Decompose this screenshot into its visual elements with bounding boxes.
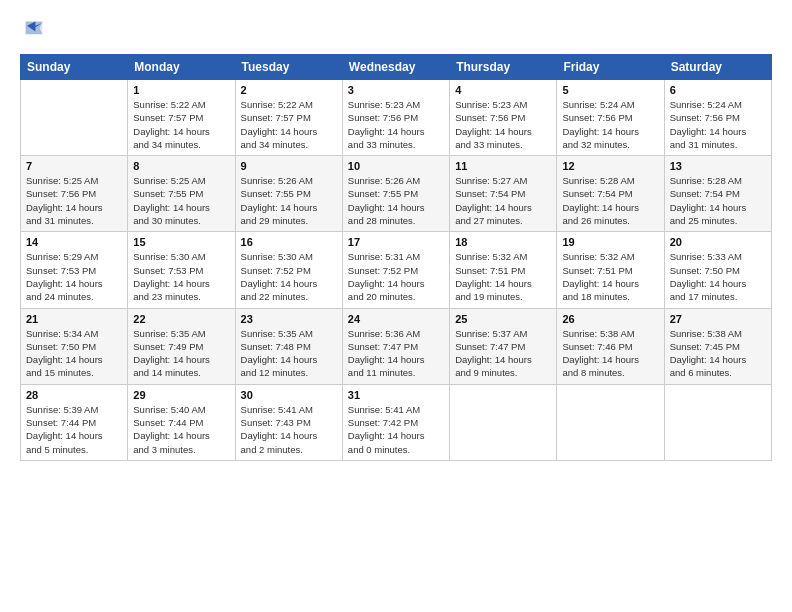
calendar-cell: 13Sunrise: 5:28 AMSunset: 7:54 PMDayligh… — [664, 156, 771, 232]
day-number: 20 — [670, 236, 766, 248]
day-info: Sunrise: 5:25 AMSunset: 7:55 PMDaylight:… — [133, 174, 229, 227]
day-number: 13 — [670, 160, 766, 172]
day-number: 17 — [348, 236, 444, 248]
day-info: Sunrise: 5:30 AMSunset: 7:52 PMDaylight:… — [241, 250, 337, 303]
calendar-cell: 2Sunrise: 5:22 AMSunset: 7:57 PMDaylight… — [235, 80, 342, 156]
day-number: 18 — [455, 236, 551, 248]
calendar-week-row: 1Sunrise: 5:22 AMSunset: 7:57 PMDaylight… — [21, 80, 772, 156]
day-info: Sunrise: 5:24 AMSunset: 7:56 PMDaylight:… — [562, 98, 658, 151]
calendar-cell: 25Sunrise: 5:37 AMSunset: 7:47 PMDayligh… — [450, 308, 557, 384]
day-info: Sunrise: 5:41 AMSunset: 7:42 PMDaylight:… — [348, 403, 444, 456]
calendar-cell: 28Sunrise: 5:39 AMSunset: 7:44 PMDayligh… — [21, 384, 128, 460]
day-number: 28 — [26, 389, 122, 401]
calendar-cell: 16Sunrise: 5:30 AMSunset: 7:52 PMDayligh… — [235, 232, 342, 308]
calendar-cell: 23Sunrise: 5:35 AMSunset: 7:48 PMDayligh… — [235, 308, 342, 384]
day-info: Sunrise: 5:27 AMSunset: 7:54 PMDaylight:… — [455, 174, 551, 227]
day-number: 14 — [26, 236, 122, 248]
calendar-cell: 27Sunrise: 5:38 AMSunset: 7:45 PMDayligh… — [664, 308, 771, 384]
calendar-cell: 26Sunrise: 5:38 AMSunset: 7:46 PMDayligh… — [557, 308, 664, 384]
calendar-cell — [450, 384, 557, 460]
calendar-cell: 24Sunrise: 5:36 AMSunset: 7:47 PMDayligh… — [342, 308, 449, 384]
calendar-cell: 14Sunrise: 5:29 AMSunset: 7:53 PMDayligh… — [21, 232, 128, 308]
day-info: Sunrise: 5:32 AMSunset: 7:51 PMDaylight:… — [562, 250, 658, 303]
day-number: 29 — [133, 389, 229, 401]
day-info: Sunrise: 5:35 AMSunset: 7:48 PMDaylight:… — [241, 327, 337, 380]
day-info: Sunrise: 5:24 AMSunset: 7:56 PMDaylight:… — [670, 98, 766, 151]
calendar-week-row: 28Sunrise: 5:39 AMSunset: 7:44 PMDayligh… — [21, 384, 772, 460]
day-info: Sunrise: 5:39 AMSunset: 7:44 PMDaylight:… — [26, 403, 122, 456]
day-info: Sunrise: 5:38 AMSunset: 7:46 PMDaylight:… — [562, 327, 658, 380]
day-number: 31 — [348, 389, 444, 401]
calendar-cell: 18Sunrise: 5:32 AMSunset: 7:51 PMDayligh… — [450, 232, 557, 308]
day-number: 11 — [455, 160, 551, 172]
day-of-week-header: Saturday — [664, 55, 771, 80]
day-info: Sunrise: 5:37 AMSunset: 7:47 PMDaylight:… — [455, 327, 551, 380]
day-number: 27 — [670, 313, 766, 325]
calendar-cell: 9Sunrise: 5:26 AMSunset: 7:55 PMDaylight… — [235, 156, 342, 232]
day-number: 21 — [26, 313, 122, 325]
calendar-cell — [557, 384, 664, 460]
day-number: 26 — [562, 313, 658, 325]
calendar-cell: 12Sunrise: 5:28 AMSunset: 7:54 PMDayligh… — [557, 156, 664, 232]
calendar-week-row: 21Sunrise: 5:34 AMSunset: 7:50 PMDayligh… — [21, 308, 772, 384]
day-info: Sunrise: 5:22 AMSunset: 7:57 PMDaylight:… — [241, 98, 337, 151]
day-info: Sunrise: 5:23 AMSunset: 7:56 PMDaylight:… — [348, 98, 444, 151]
day-number: 10 — [348, 160, 444, 172]
calendar-body: 1Sunrise: 5:22 AMSunset: 7:57 PMDaylight… — [21, 80, 772, 461]
day-info: Sunrise: 5:28 AMSunset: 7:54 PMDaylight:… — [670, 174, 766, 227]
day-info: Sunrise: 5:29 AMSunset: 7:53 PMDaylight:… — [26, 250, 122, 303]
day-of-week-header: Tuesday — [235, 55, 342, 80]
day-number: 9 — [241, 160, 337, 172]
calendar-week-row: 7Sunrise: 5:25 AMSunset: 7:56 PMDaylight… — [21, 156, 772, 232]
calendar-cell: 6Sunrise: 5:24 AMSunset: 7:56 PMDaylight… — [664, 80, 771, 156]
calendar-cell: 8Sunrise: 5:25 AMSunset: 7:55 PMDaylight… — [128, 156, 235, 232]
day-number: 30 — [241, 389, 337, 401]
day-number: 23 — [241, 313, 337, 325]
day-number: 4 — [455, 84, 551, 96]
day-info: Sunrise: 5:41 AMSunset: 7:43 PMDaylight:… — [241, 403, 337, 456]
calendar-cell: 5Sunrise: 5:24 AMSunset: 7:56 PMDaylight… — [557, 80, 664, 156]
day-of-week-header: Sunday — [21, 55, 128, 80]
calendar-cell: 22Sunrise: 5:35 AMSunset: 7:49 PMDayligh… — [128, 308, 235, 384]
calendar-cell: 1Sunrise: 5:22 AMSunset: 7:57 PMDaylight… — [128, 80, 235, 156]
calendar-cell: 19Sunrise: 5:32 AMSunset: 7:51 PMDayligh… — [557, 232, 664, 308]
day-info: Sunrise: 5:34 AMSunset: 7:50 PMDaylight:… — [26, 327, 122, 380]
day-info: Sunrise: 5:31 AMSunset: 7:52 PMDaylight:… — [348, 250, 444, 303]
day-info: Sunrise: 5:28 AMSunset: 7:54 PMDaylight:… — [562, 174, 658, 227]
day-number: 19 — [562, 236, 658, 248]
day-number: 3 — [348, 84, 444, 96]
day-number: 24 — [348, 313, 444, 325]
days-of-week-row: SundayMondayTuesdayWednesdayThursdayFrid… — [21, 55, 772, 80]
day-info: Sunrise: 5:23 AMSunset: 7:56 PMDaylight:… — [455, 98, 551, 151]
day-of-week-header: Thursday — [450, 55, 557, 80]
day-info: Sunrise: 5:26 AMSunset: 7:55 PMDaylight:… — [241, 174, 337, 227]
day-number: 6 — [670, 84, 766, 96]
calendar-cell — [21, 80, 128, 156]
calendar-cell: 15Sunrise: 5:30 AMSunset: 7:53 PMDayligh… — [128, 232, 235, 308]
day-number: 22 — [133, 313, 229, 325]
calendar-cell: 3Sunrise: 5:23 AMSunset: 7:56 PMDaylight… — [342, 80, 449, 156]
calendar-week-row: 14Sunrise: 5:29 AMSunset: 7:53 PMDayligh… — [21, 232, 772, 308]
day-info: Sunrise: 5:25 AMSunset: 7:56 PMDaylight:… — [26, 174, 122, 227]
day-number: 7 — [26, 160, 122, 172]
day-number: 25 — [455, 313, 551, 325]
calendar-header: SundayMondayTuesdayWednesdayThursdayFrid… — [21, 55, 772, 80]
day-of-week-header: Friday — [557, 55, 664, 80]
day-number: 12 — [562, 160, 658, 172]
day-number: 16 — [241, 236, 337, 248]
page: SundayMondayTuesdayWednesdayThursdayFrid… — [0, 0, 792, 612]
day-of-week-header: Wednesday — [342, 55, 449, 80]
calendar-cell: 10Sunrise: 5:26 AMSunset: 7:55 PMDayligh… — [342, 156, 449, 232]
day-info: Sunrise: 5:35 AMSunset: 7:49 PMDaylight:… — [133, 327, 229, 380]
day-of-week-header: Monday — [128, 55, 235, 80]
calendar-cell: 4Sunrise: 5:23 AMSunset: 7:56 PMDaylight… — [450, 80, 557, 156]
day-number: 2 — [241, 84, 337, 96]
day-info: Sunrise: 5:32 AMSunset: 7:51 PMDaylight:… — [455, 250, 551, 303]
logo-icon — [20, 16, 48, 44]
day-number: 8 — [133, 160, 229, 172]
day-info: Sunrise: 5:30 AMSunset: 7:53 PMDaylight:… — [133, 250, 229, 303]
day-info: Sunrise: 5:38 AMSunset: 7:45 PMDaylight:… — [670, 327, 766, 380]
day-info: Sunrise: 5:26 AMSunset: 7:55 PMDaylight:… — [348, 174, 444, 227]
day-info: Sunrise: 5:36 AMSunset: 7:47 PMDaylight:… — [348, 327, 444, 380]
calendar-cell: 29Sunrise: 5:40 AMSunset: 7:44 PMDayligh… — [128, 384, 235, 460]
